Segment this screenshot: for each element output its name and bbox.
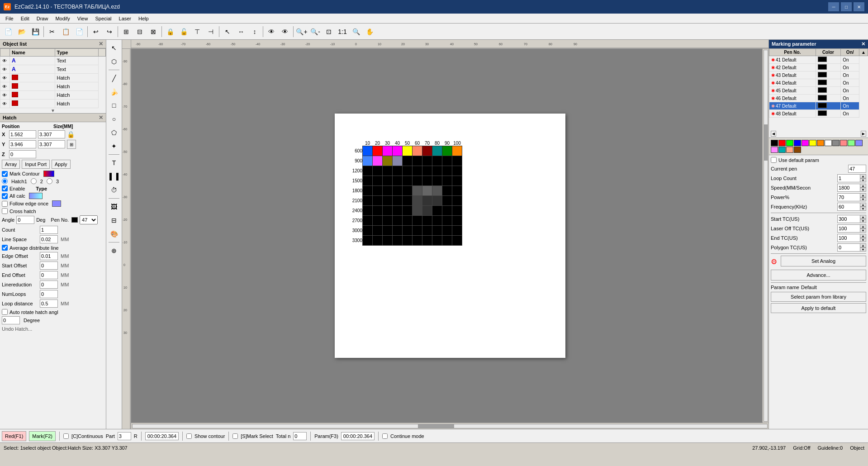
apply-default-btn[interactable]: Apply to default bbox=[771, 303, 866, 313]
start-tc-input[interactable] bbox=[837, 215, 860, 223]
palette-red[interactable] bbox=[778, 140, 786, 146]
avg-dist-cb[interactable] bbox=[2, 245, 8, 251]
table-row[interactable]: 👁 Hatch bbox=[0, 100, 106, 108]
continue-mode-cb[interactable] bbox=[382, 433, 388, 439]
edge-offset-input[interactable] bbox=[40, 252, 58, 260]
numloops-input[interactable] bbox=[40, 290, 58, 298]
barcode-tool[interactable]: ▌▐ bbox=[108, 170, 120, 183]
laser-off-down[interactable]: ▼ bbox=[860, 228, 866, 233]
mark-select-cb[interactable] bbox=[232, 433, 238, 439]
start-offset-input[interactable] bbox=[40, 262, 58, 270]
palette-black[interactable] bbox=[771, 140, 778, 146]
palette-lightblue[interactable] bbox=[855, 140, 863, 146]
table-row[interactable]: 👁 Hatch bbox=[0, 91, 106, 100]
palette-green[interactable] bbox=[786, 140, 793, 146]
hatch3-radio[interactable] bbox=[47, 178, 52, 184]
table-row[interactable]: ✱43 Default On bbox=[769, 71, 868, 79]
x-size-input[interactable] bbox=[38, 130, 65, 138]
pen-scroll-right[interactable]: ► bbox=[861, 131, 866, 137]
hatch1-radio[interactable] bbox=[2, 178, 8, 184]
freq-up[interactable]: ▲ bbox=[860, 203, 866, 207]
palette-pink[interactable] bbox=[771, 147, 778, 153]
redo-btn[interactable]: ↪ bbox=[103, 25, 116, 38]
zoom-in-btn[interactable]: 🔍+ bbox=[295, 25, 308, 38]
table-row[interactable]: 👁 A Text bbox=[0, 57, 106, 65]
preview-btn[interactable]: 👁 bbox=[265, 25, 278, 38]
set-analog-btn[interactable]: Set Analog bbox=[781, 256, 866, 266]
linereduction-input[interactable] bbox=[40, 281, 58, 289]
banana-tool[interactable]: 🍌 bbox=[108, 86, 120, 98]
loop-count-input[interactable] bbox=[837, 174, 860, 182]
lock-icon[interactable]: 🔒 bbox=[67, 131, 75, 138]
end-tc-down[interactable]: ▼ bbox=[860, 238, 866, 242]
palette-white[interactable] bbox=[825, 140, 832, 146]
flip-v-btn[interactable]: ↕ bbox=[248, 25, 261, 38]
preview2-btn[interactable]: 👁 bbox=[279, 25, 291, 38]
total-input[interactable] bbox=[293, 432, 307, 440]
palette-gray[interactable] bbox=[832, 140, 840, 146]
palette-lightred[interactable] bbox=[840, 140, 847, 146]
laser-off-input[interactable] bbox=[837, 224, 860, 233]
palette-blue[interactable] bbox=[794, 140, 801, 146]
power-down[interactable]: ▼ bbox=[860, 197, 866, 201]
part-input[interactable] bbox=[118, 432, 131, 440]
x-pos-input[interactable] bbox=[9, 130, 36, 138]
start-tc-down[interactable]: ▼ bbox=[860, 219, 866, 223]
select-all-btn[interactable]: ⊞ bbox=[120, 25, 133, 38]
polygon-tc-input[interactable] bbox=[837, 243, 860, 252]
speed-input[interactable] bbox=[837, 184, 860, 192]
table-row[interactable]: ✱46 Default On bbox=[769, 95, 868, 102]
menu-file[interactable]: File bbox=[2, 15, 17, 22]
pen-select[interactable]: 47 bbox=[80, 215, 98, 224]
continuous-cb[interactable] bbox=[63, 433, 69, 439]
marking-close[interactable]: ✕ bbox=[861, 41, 865, 47]
menu-special[interactable]: Special bbox=[91, 15, 115, 22]
loop-dist-input[interactable] bbox=[40, 300, 58, 308]
line-tool[interactable]: ╱ bbox=[108, 72, 120, 85]
save-btn[interactable]: 💾 bbox=[29, 25, 42, 38]
input-port-btn[interactable]: Input Port bbox=[22, 160, 50, 169]
unlock-btn[interactable]: 🔓 bbox=[177, 25, 190, 38]
menu-draw[interactable]: Draw bbox=[33, 15, 52, 22]
menu-laser[interactable]: Laser bbox=[115, 15, 135, 22]
table-row[interactable]: 👁 Hatch bbox=[0, 82, 106, 91]
scroll-down-arrow[interactable]: ▼ bbox=[0, 108, 106, 113]
auto-rotate-cb[interactable] bbox=[2, 309, 8, 315]
palette-lightgreen[interactable] bbox=[848, 140, 855, 146]
table-row[interactable]: ✱42 Default On bbox=[769, 64, 868, 71]
speed-up[interactable]: ▲ bbox=[860, 184, 866, 188]
copy-btn[interactable]: 📋 bbox=[59, 25, 72, 38]
timer-tool[interactable]: ⏱ bbox=[108, 184, 120, 196]
lock-btn[interactable]: 🔒 bbox=[164, 25, 176, 38]
v-scrollbar[interactable] bbox=[762, 49, 768, 423]
select-inside-btn[interactable]: ⊠ bbox=[147, 25, 160, 38]
cut-btn[interactable]: ✂ bbox=[46, 25, 58, 38]
palette-magenta[interactable] bbox=[802, 140, 809, 146]
red-btn[interactable]: Red(F1) bbox=[2, 431, 26, 441]
hatch2-radio[interactable] bbox=[31, 178, 37, 184]
text-tool[interactable]: T bbox=[108, 157, 120, 169]
star-tool[interactable]: ✦ bbox=[108, 140, 120, 152]
mark-contour-cb[interactable] bbox=[2, 171, 8, 177]
pan-btn[interactable]: ✋ bbox=[363, 25, 376, 38]
menu-help[interactable]: Help bbox=[135, 15, 152, 22]
palette-orange[interactable] bbox=[817, 140, 824, 146]
zoom-out-btn[interactable]: 🔍- bbox=[309, 25, 322, 38]
poly-tool[interactable]: ⬠ bbox=[108, 126, 120, 139]
angle-input[interactable] bbox=[16, 216, 34, 224]
freq-down[interactable]: ▼ bbox=[860, 207, 866, 211]
palette-salmon[interactable] bbox=[786, 147, 793, 153]
object-list-close[interactable]: ✕ bbox=[99, 41, 103, 47]
menu-modify[interactable]: Modify bbox=[52, 15, 73, 22]
menu-view[interactable]: View bbox=[74, 15, 92, 22]
all-calc-cb[interactable] bbox=[2, 193, 8, 199]
z-pos-input[interactable] bbox=[9, 150, 36, 158]
palette-cyan[interactable] bbox=[778, 147, 786, 153]
menu-edit[interactable]: Edit bbox=[17, 15, 33, 22]
rect-tool[interactable]: □ bbox=[108, 99, 120, 112]
y-size-input[interactable] bbox=[38, 140, 65, 148]
current-pen-input[interactable] bbox=[848, 165, 866, 173]
v-scrollbar-thumb[interactable] bbox=[764, 124, 768, 161]
end-tc-input[interactable] bbox=[837, 234, 860, 242]
h-scrollbar[interactable] bbox=[131, 423, 768, 429]
